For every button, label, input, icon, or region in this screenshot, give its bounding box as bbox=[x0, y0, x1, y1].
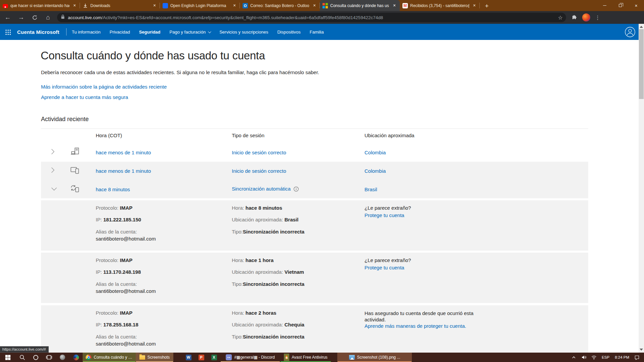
search-icon[interactable] bbox=[15, 353, 29, 362]
avast-icon: a bbox=[286, 355, 288, 359]
tab-outlook[interactable]: O Correo: Santiago Botero - Outloo × bbox=[240, 0, 320, 11]
cortana-icon[interactable] bbox=[29, 353, 42, 362]
activity-type-link[interactable]: Inicio de sesión correcto bbox=[232, 149, 286, 155]
nav-privacidad[interactable]: Privacidad bbox=[110, 30, 130, 35]
close-icon[interactable]: × bbox=[72, 3, 77, 8]
app-launcher-waffle-icon[interactable] bbox=[5, 29, 11, 35]
activity-row[interactable]: hace menos de 1 minuto Inicio de sesión … bbox=[41, 162, 588, 180]
profile-avatar[interactable] bbox=[582, 13, 590, 21]
nav-pago-y-facturacion[interactable]: Pago y facturación bbox=[170, 30, 211, 35]
activity-row[interactable]: hace menos de 1 minuto Inicio de sesión … bbox=[41, 143, 588, 162]
chevron-down-icon bbox=[208, 30, 211, 33]
ip-value: 113.170.248.198 bbox=[103, 269, 141, 275]
nav-familia[interactable]: Familia bbox=[310, 30, 324, 35]
speaker-icon[interactable] bbox=[579, 353, 588, 362]
folder-icon bbox=[139, 355, 145, 360]
protect-account-link[interactable]: Protege tu cuenta bbox=[364, 212, 404, 218]
back-button[interactable]: ← bbox=[2, 12, 13, 22]
taskbar-label: Screenshot (108).png ... bbox=[357, 355, 400, 360]
nav-seguridad[interactable]: Seguridad bbox=[139, 30, 161, 35]
reload-button[interactable] bbox=[29, 12, 40, 22]
close-icon[interactable]: × bbox=[312, 3, 317, 8]
taskbar-screenshot-image-window[interactable]: Screenshot (108).png ... bbox=[337, 353, 412, 362]
time-value: hace 1 hora bbox=[246, 257, 273, 263]
taskbar-excel[interactable]: X bbox=[208, 353, 220, 362]
browser-menu-icon[interactable]: ⋮ bbox=[595, 14, 600, 21]
language-indicator[interactable]: ESP bbox=[600, 355, 611, 359]
extensions-puzzle-icon[interactable] bbox=[571, 14, 577, 21]
nav-servicios[interactable]: Servicios y suscripciones bbox=[219, 30, 268, 35]
bookmark-star-icon[interactable]: ☆ bbox=[558, 14, 563, 21]
taskbar-label: #▦general▦ - Discord bbox=[234, 355, 275, 360]
taskbar-label: Consulta cuándo y d... bbox=[94, 355, 133, 360]
start-button[interactable] bbox=[0, 353, 15, 362]
close-window-button[interactable]: × bbox=[628, 0, 644, 11]
toolbar-right: ⋮ bbox=[571, 13, 600, 21]
strange-question: ¿Le parece extraño? bbox=[364, 257, 411, 263]
scrollbar-thumb[interactable] bbox=[639, 29, 644, 99]
protect-account-link[interactable]: Protege tu cuenta bbox=[364, 265, 404, 270]
chevron-right-icon[interactable] bbox=[51, 167, 55, 174]
taskbar-gap bbox=[173, 353, 182, 362]
location-label: Ubicación aproximada: bbox=[232, 322, 283, 327]
info-icon[interactable] bbox=[294, 187, 299, 193]
location-label: Ubicación aproximada: bbox=[232, 217, 283, 222]
activity-location-link[interactable]: Colombia bbox=[364, 168, 386, 174]
close-icon[interactable]: × bbox=[152, 3, 157, 8]
scroll-down-arrow-icon[interactable] bbox=[640, 349, 643, 351]
tab-gmail[interactable]: M Recibidos (3,754) - santi6botero@ × bbox=[400, 0, 480, 11]
tray-chevron-up-icon[interactable] bbox=[569, 353, 578, 362]
tab-downloads[interactable]: Downloads × bbox=[80, 0, 160, 11]
nav-dispositivos[interactable]: Dispositivos bbox=[277, 30, 300, 35]
task-view-icon[interactable] bbox=[42, 353, 56, 362]
secured-note: Has asegurado tu cuenta desde que ocurri… bbox=[364, 310, 480, 323]
home-button[interactable]: ⌂ bbox=[42, 12, 54, 22]
brand-title[interactable]: Cuenta Microsoft bbox=[17, 29, 59, 35]
page-scrollbar[interactable] bbox=[639, 24, 644, 353]
protocol-label: Protocolo: bbox=[96, 310, 119, 316]
nav-tu-informacion[interactable]: Tu información bbox=[72, 30, 101, 35]
account-avatar-icon[interactable] bbox=[625, 27, 635, 37]
pinned-app-icon[interactable] bbox=[56, 353, 69, 362]
activity-location-link[interactable]: Colombia bbox=[364, 149, 386, 155]
activity-time-link[interactable]: hace menos de 1 minuto bbox=[96, 168, 151, 174]
scroll-up-arrow-icon[interactable] bbox=[640, 26, 643, 28]
link-make-account-secure[interactable]: Aprende a hacer tu cuenta más segura bbox=[41, 94, 128, 100]
tab-youtube[interactable]: que hacer si estan intentando hac × bbox=[0, 0, 80, 11]
learn-more-protect-link[interactable]: Aprende más maneras de proteger tu cuent… bbox=[364, 323, 466, 329]
suite-nav: Tu información Privacidad Seguridad Pago… bbox=[72, 30, 324, 35]
gmail-icon: M bbox=[402, 3, 408, 8]
address-bar[interactable]: account.live.com/Activity?mkt=es-ES&refd… bbox=[57, 13, 566, 22]
new-tab-button[interactable]: + bbox=[482, 1, 492, 11]
taskbar-discord-window[interactable]: #▦general▦ - Discord bbox=[220, 353, 280, 362]
network-wifi-icon[interactable] bbox=[590, 353, 598, 362]
taskbar-chrome-window[interactable]: Consulta cuándo y d... bbox=[83, 353, 136, 362]
tab-openenglish[interactable]: Open English Login Plataforma × bbox=[160, 0, 240, 11]
close-icon[interactable]: × bbox=[472, 3, 477, 8]
activity-type-link[interactable]: Sincronización automática bbox=[232, 186, 299, 193]
minimize-button[interactable] bbox=[597, 0, 612, 11]
activity-location-link[interactable]: Brasil bbox=[364, 186, 377, 192]
edge-browser-icon[interactable] bbox=[69, 353, 83, 362]
taskbar-avast-window[interactable]: a Avast Free Antivirus bbox=[280, 353, 331, 362]
taskbar-word[interactable]: W bbox=[182, 353, 195, 362]
alias-value: santi6botero@hotmail.com bbox=[96, 236, 156, 242]
action-center-icon[interactable] bbox=[633, 353, 641, 362]
youtube-icon bbox=[3, 4, 8, 8]
taskbar-screenshots-folder[interactable]: Screenshots bbox=[136, 353, 173, 362]
clock[interactable]: 8:24 PM bbox=[613, 355, 631, 359]
close-icon[interactable]: × bbox=[392, 3, 397, 8]
link-more-info[interactable]: Más información sobre la página de activ… bbox=[41, 84, 167, 90]
activity-time-link[interactable]: hace 8 minutos bbox=[96, 186, 130, 192]
chevron-right-icon[interactable] bbox=[51, 149, 55, 156]
tab-microsoft-account-active[interactable]: Consulta cuándo y dónde has us × bbox=[320, 0, 400, 11]
excel-icon: X bbox=[211, 355, 217, 360]
forward-button[interactable]: → bbox=[15, 12, 27, 22]
taskbar-powerpoint[interactable]: P bbox=[195, 353, 208, 362]
chevron-down-icon[interactable] bbox=[51, 186, 57, 192]
activity-time-link[interactable]: hace menos de 1 minuto bbox=[96, 149, 151, 155]
activity-type-link[interactable]: Inicio de sesión correcto bbox=[232, 168, 286, 174]
restore-button[interactable] bbox=[612, 0, 628, 11]
close-icon[interactable]: × bbox=[232, 3, 237, 8]
activity-row-expanded[interactable]: hace 8 minutos Sincronización automática… bbox=[41, 180, 588, 198]
